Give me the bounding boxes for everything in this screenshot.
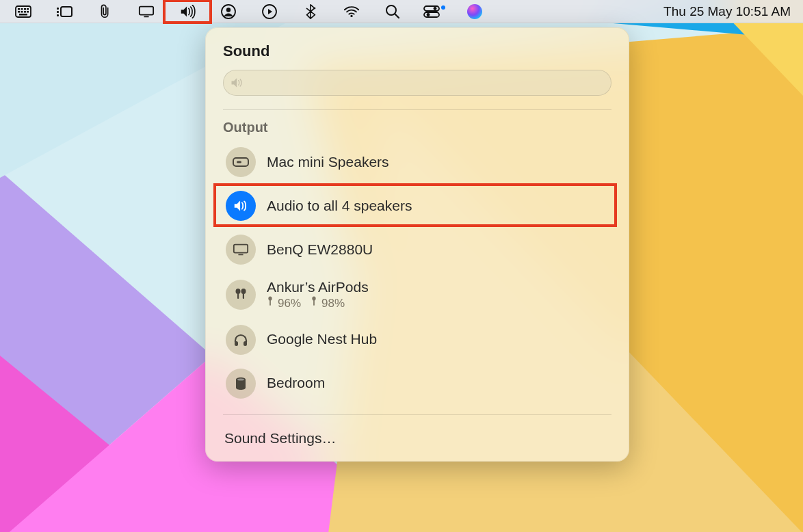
svg-rect-17 <box>27 11 29 13</box>
output-device-list: Mac mini Speakers Audio to all 4 speaker… <box>223 142 611 403</box>
control-center-icon[interactable] <box>423 3 445 20</box>
control-center-indicator-dot <box>441 5 445 10</box>
svg-marker-28 <box>268 9 272 14</box>
svg-point-40 <box>236 289 241 294</box>
speaker-rounded-icon <box>226 147 256 177</box>
output-device-label: Mac mini Speakers <box>267 153 389 171</box>
output-device-label: Audio to all 4 speakers <box>267 197 412 215</box>
svg-rect-22 <box>61 7 72 16</box>
headphones-icon <box>226 325 256 355</box>
output-device-airpods[interactable]: Ankur’s AirPods 96% 98% <box>223 274 611 316</box>
svg-rect-49 <box>243 341 247 346</box>
output-device-text: Audio to all 4 speakers <box>267 197 412 215</box>
output-device-text: BenQ EW2880U <box>267 241 373 258</box>
airpod-left-battery: 96% <box>267 296 301 310</box>
svg-rect-37 <box>237 161 241 163</box>
output-device-mac-mini[interactable]: Mac mini Speakers <box>223 142 611 182</box>
homepod-icon <box>226 369 256 399</box>
svg-rect-14 <box>18 11 20 13</box>
svg-rect-45 <box>269 300 271 306</box>
svg-point-26 <box>226 8 231 12</box>
svg-point-46 <box>312 297 315 301</box>
menubar-icons <box>12 3 663 20</box>
output-device-benq[interactable]: BenQ EW2880U <box>223 230 611 269</box>
svg-rect-39 <box>238 254 243 255</box>
svg-rect-21 <box>57 14 59 16</box>
airpod-right-battery: 98% <box>311 296 345 310</box>
svg-line-31 <box>395 14 399 18</box>
output-device-label: Bedroom <box>267 374 325 392</box>
svg-rect-47 <box>313 300 315 306</box>
output-device-text: Bedroom <box>267 374 325 392</box>
svg-rect-16 <box>24 11 26 13</box>
speaker-icon <box>226 191 256 221</box>
menubar: Thu 25 May 10:51 AM <box>0 0 803 23</box>
keyboard-viewer-icon[interactable] <box>12 3 34 20</box>
volume-slider-min-icon <box>224 70 251 95</box>
now-playing-icon[interactable] <box>259 3 280 20</box>
wifi-icon[interactable] <box>341 3 363 20</box>
airpods-battery-levels: 96% 98% <box>267 296 369 310</box>
svg-rect-32 <box>424 6 439 11</box>
svg-point-35 <box>427 13 430 16</box>
output-device-label: Google Nest Hub <box>267 330 377 348</box>
svg-point-50 <box>237 378 244 380</box>
divider <box>223 414 611 415</box>
svg-rect-43 <box>243 293 244 299</box>
sound-icon[interactable] <box>176 3 198 20</box>
svg-rect-19 <box>57 8 59 10</box>
output-device-text: Ankur’s AirPods 96% 98% <box>267 278 369 311</box>
output-device-text: Google Nest Hub <box>267 330 377 348</box>
svg-point-29 <box>350 14 352 16</box>
volume-slider[interactable] <box>223 70 611 96</box>
svg-rect-18 <box>19 14 27 16</box>
svg-rect-24 <box>144 16 148 17</box>
svg-rect-23 <box>140 6 153 14</box>
paperclip-icon[interactable] <box>94 3 116 20</box>
sound-panel-title: Sound <box>223 42 611 60</box>
svg-point-44 <box>268 297 272 301</box>
sound-menu-panel: Sound Output Mac mini Speakers Audio to … <box>205 27 629 462</box>
output-section-label: Output <box>223 120 611 135</box>
svg-rect-13 <box>27 8 29 10</box>
siri-icon[interactable] <box>464 3 486 20</box>
svg-rect-11 <box>21 8 23 10</box>
spotlight-icon[interactable] <box>382 3 404 20</box>
svg-rect-20 <box>57 11 59 13</box>
output-device-bedroom[interactable]: Bedroom <box>223 364 611 403</box>
sound-settings-link[interactable]: Sound Settings… <box>223 425 611 448</box>
output-device-text: Mac mini Speakers <box>267 153 389 171</box>
airpods-icon <box>226 280 256 310</box>
svg-point-42 <box>241 289 246 294</box>
svg-rect-48 <box>235 341 238 346</box>
output-device-label: BenQ EW2880U <box>267 241 373 258</box>
display-icon <box>226 235 256 265</box>
display-icon[interactable] <box>135 3 157 20</box>
output-device-label: Ankur’s AirPods <box>267 278 369 296</box>
divider <box>223 109 611 110</box>
svg-rect-41 <box>237 293 239 299</box>
output-device-nest[interactable]: Google Nest Hub <box>223 320 611 360</box>
output-device-all-4[interactable]: Audio to all 4 speakers <box>223 186 611 226</box>
svg-rect-12 <box>24 8 26 10</box>
svg-rect-15 <box>21 11 23 13</box>
svg-rect-38 <box>234 245 248 253</box>
svg-rect-34 <box>424 12 439 17</box>
svg-point-33 <box>434 7 437 10</box>
bluetooth-icon[interactable] <box>300 3 321 20</box>
menubar-datetime[interactable]: Thu 25 May 10:51 AM <box>663 4 791 19</box>
svg-rect-10 <box>18 8 20 10</box>
stage-manager-icon[interactable] <box>53 3 75 20</box>
user-icon[interactable] <box>218 3 239 20</box>
